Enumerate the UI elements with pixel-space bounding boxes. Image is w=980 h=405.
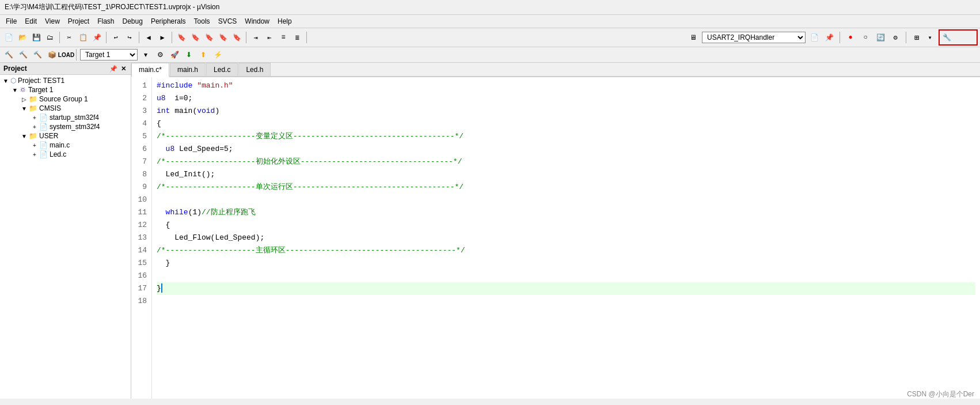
- menu-flash[interactable]: Flash: [94, 16, 117, 27]
- step-button[interactable]: 🔄: [874, 31, 887, 44]
- toolbar1: 📄 📂 💾 🗂 ✂ 📋 📌 ↩ ↪ ◀ ▶ 🔖 🔖 🔖 🔖 🔖 ⇥ ⇤ ≡ ≣ …: [0, 28, 980, 47]
- debug-option-button[interactable]: 🚀: [168, 48, 181, 61]
- options-btn2[interactable]: ⚙: [889, 31, 902, 44]
- grid-dropdown-button[interactable]: ▾: [924, 31, 936, 44]
- expand-user[interactable]: ▼: [20, 133, 29, 139]
- project-close-button[interactable]: ✕: [120, 65, 127, 73]
- target-select[interactable]: Target 1: [80, 49, 138, 60]
- code-editor[interactable]: 12345 678910 1112131415 161718 #include …: [131, 77, 980, 399]
- user-label: USER: [39, 132, 58, 140]
- title-text: E:\学习\M4培训\工程代码\TEST_1\PROJECT\TEST1.uvp…: [5, 3, 219, 11]
- load-button[interactable]: LOAD: [60, 48, 73, 61]
- tree-user[interactable]: ▼ 📁 USER: [0, 131, 131, 141]
- title-bar: E:\学习\M4培训\工程代码\TEST_1\PROJECT\TEST1.uvp…: [0, 0, 980, 15]
- code-content[interactable]: #include "main.h" u8 i=0; int main(void)…: [152, 77, 980, 399]
- file-icon-ledc: 📄: [39, 150, 48, 158]
- build-small-button[interactable]: 📦: [45, 48, 58, 61]
- tab-ledc[interactable]: Led.c: [206, 63, 238, 76]
- system-label: system_stm32f4: [50, 123, 100, 131]
- func-pin-button[interactable]: 📌: [823, 31, 835, 44]
- expand-cmsis[interactable]: ▼: [20, 105, 29, 112]
- menu-view[interactable]: View: [41, 16, 63, 27]
- file-icon-startup: 📄: [39, 113, 48, 122]
- cmsis-label: CMSIS: [39, 104, 61, 112]
- tree-mainc[interactable]: + 📄 main.c: [0, 141, 131, 150]
- menu-window[interactable]: Window: [241, 16, 273, 27]
- watermark: CSDN @小向是个Der: [907, 389, 974, 399]
- nav-back-button[interactable]: ◀: [142, 31, 155, 44]
- indent-button[interactable]: ⇥: [249, 31, 262, 44]
- new-file-button[interactable]: 📄: [2, 31, 15, 44]
- project-title: Project: [3, 65, 27, 73]
- tab-mainh-label: main.h: [177, 66, 198, 74]
- flash-button[interactable]: ⚡: [211, 48, 224, 61]
- erase-button[interactable]: ⬆: [197, 48, 210, 61]
- tab-ledh-label: Led.h: [246, 66, 263, 74]
- main-layout: Project 📌 ✕ ▼ ⬡ Project: TEST1 ▼ ⛭ Targe…: [0, 63, 980, 399]
- indent2-button[interactable]: ≡: [277, 31, 290, 44]
- expand-startup[interactable]: +: [30, 115, 39, 121]
- tree-target1[interactable]: ▼ ⛭ Target 1: [0, 85, 131, 94]
- download-button[interactable]: ⬇: [183, 48, 195, 61]
- menu-tools[interactable]: Tools: [191, 16, 214, 27]
- bookmark3-button[interactable]: 🔖: [203, 31, 215, 44]
- tab-bar: main.c* main.h Led.c Led.h: [131, 63, 980, 77]
- expand-target1[interactable]: ▼: [10, 87, 20, 93]
- nav-fwd-button[interactable]: ▶: [156, 31, 169, 44]
- function-dropdown[interactable]: USART2_IRQHandler: [702, 32, 806, 43]
- tree-cmsis[interactable]: ▼ 📁 CMSIS: [0, 104, 131, 113]
- project-pin-button[interactable]: 📌: [108, 65, 119, 73]
- expand-ledc[interactable]: +: [30, 152, 39, 158]
- func-browse-button[interactable]: 📄: [808, 31, 821, 44]
- copy-button[interactable]: 📋: [77, 31, 89, 44]
- cut-button[interactable]: ✂: [63, 31, 75, 44]
- expand-mainc[interactable]: +: [30, 142, 39, 149]
- project-panel: Project 📌 ✕ ▼ ⬡ Project: TEST1 ▼ ⛭ Targe…: [0, 63, 131, 399]
- build-multiproject-button[interactable]: 🔨: [2, 48, 15, 61]
- run-to-cursor-button[interactable]: ⚙: [154, 48, 166, 61]
- menu-project[interactable]: Project: [64, 16, 93, 27]
- build-button[interactable]: 🔨: [31, 48, 44, 61]
- bookmark1-button[interactable]: 🔖: [175, 31, 188, 44]
- bookmark2-button[interactable]: 🔖: [189, 31, 202, 44]
- undo-button[interactable]: ↩: [109, 31, 122, 44]
- menu-file[interactable]: File: [2, 16, 20, 27]
- open-file-button[interactable]: 📂: [16, 31, 29, 44]
- view-buttons-group: ⊞ ▾: [910, 31, 936, 44]
- menu-debug[interactable]: Debug: [119, 16, 146, 27]
- record-button[interactable]: ●: [844, 31, 857, 44]
- tree-source-group1[interactable]: ▷ 📁 Source Group 1: [0, 94, 131, 104]
- save-button[interactable]: 💾: [30, 31, 43, 44]
- menu-svcs[interactable]: SVCS: [215, 16, 241, 27]
- tab-mainh[interactable]: main.h: [170, 63, 206, 76]
- expand-sourcegroup1[interactable]: ▷: [20, 96, 29, 103]
- bookmark4-button[interactable]: 🔖: [216, 31, 229, 44]
- project-label: Project: TEST1: [18, 77, 64, 85]
- unindent-button[interactable]: ⇤: [263, 31, 276, 44]
- build-all-button[interactable]: 🔨: [17, 48, 29, 61]
- target-dropdown-button[interactable]: ▾: [139, 48, 152, 61]
- menu-peripherals[interactable]: Peripherals: [147, 16, 189, 27]
- tree-startup[interactable]: + 📄 startup_stm32f4: [0, 113, 131, 122]
- menu-help[interactable]: Help: [274, 16, 295, 27]
- tree-ledc[interactable]: + 📄 Led.c: [0, 150, 131, 159]
- expand-project[interactable]: ▼: [1, 78, 10, 84]
- save-all-button[interactable]: 🗂: [44, 31, 56, 44]
- redo-button[interactable]: ↪: [123, 31, 136, 44]
- tree-system[interactable]: + 📄 system_stm32f4: [0, 122, 131, 131]
- extra-tool-btn[interactable]: [953, 31, 976, 44]
- wrench-button[interactable]: 🔧: [940, 31, 953, 44]
- startup-label: startup_stm32f4: [50, 113, 99, 122]
- grid-view-button[interactable]: ⊞: [910, 31, 923, 44]
- tab-ledh[interactable]: Led.h: [238, 63, 271, 76]
- indent3-button[interactable]: ≣: [291, 31, 303, 44]
- toolbar-right: 🖥 USART2_IRQHandler 📄 📌 ● ○ 🔄 ⚙ ⊞ ▾ 🔧: [687, 29, 978, 46]
- play-button[interactable]: ○: [859, 31, 872, 44]
- bookmark5-button[interactable]: 🔖: [230, 31, 243, 44]
- paste-button[interactable]: 📌: [90, 31, 103, 44]
- tab-mainc[interactable]: main.c*: [131, 63, 169, 77]
- expand-system[interactable]: +: [30, 124, 39, 130]
- menu-edit[interactable]: Edit: [21, 16, 40, 27]
- toolbar2: 🔨 🔨 🔨 📦 LOAD Target 1 ▾ ⚙ 🚀 ⬇ ⬆ ⚡: [0, 47, 980, 63]
- tree-project[interactable]: ▼ ⬡ Project: TEST1: [0, 76, 131, 85]
